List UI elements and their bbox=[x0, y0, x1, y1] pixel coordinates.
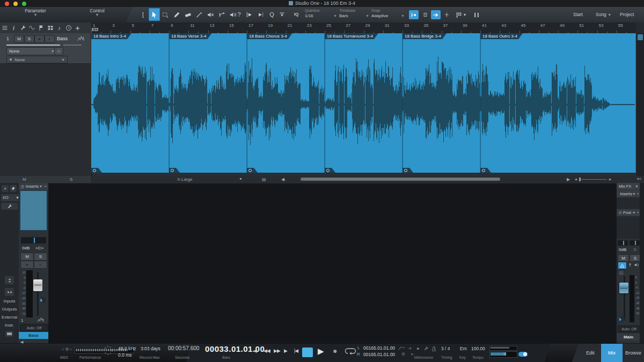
timing-value[interactable]: 3 / 4 bbox=[441, 346, 450, 351]
clip-name-tab[interactable]: 18 Bass Turnaround 3-4 bbox=[325, 33, 378, 39]
channel-name[interactable]: Bass bbox=[19, 332, 48, 339]
add-insert-button[interactable]: + bbox=[44, 184, 47, 189]
zoom-slider[interactable] bbox=[580, 179, 606, 180]
add-insert-button[interactable]: + bbox=[637, 191, 639, 196]
zoom-slider-handle[interactable] bbox=[579, 178, 581, 181]
control-dropdown[interactable]: Control▼ bbox=[68, 8, 127, 21]
headphone-cue-icon[interactable] bbox=[633, 262, 640, 268]
track-list-menu-icon[interactable] bbox=[0, 23, 9, 33]
stop-button[interactable] bbox=[302, 348, 313, 357]
track-input-select[interactable]: None▼ bbox=[6, 47, 57, 55]
main-pan-left[interactable] bbox=[618, 240, 628, 246]
external-view-button[interactable] bbox=[5, 331, 13, 337]
pan-control[interactable] bbox=[21, 237, 46, 243]
inserts-header[interactable]: Inserts ▼ + bbox=[19, 183, 48, 190]
fast-forward-button[interactable]: ▶▶ bbox=[274, 348, 280, 353]
main-pan-value[interactable]: 0 bbox=[634, 247, 636, 252]
play-from-marker-tool[interactable] bbox=[255, 8, 267, 21]
close-console-button[interactable]: × bbox=[2, 185, 9, 192]
clip-name-tab[interactable]: 18 Bass Verse 3-4 bbox=[169, 33, 211, 39]
metronome-icon[interactable] bbox=[431, 346, 437, 352]
loop-button[interactable] bbox=[345, 347, 356, 355]
scroll-right-arrow[interactable]: ▶ bbox=[567, 177, 570, 182]
io-select[interactable]: I/O▼ bbox=[1, 194, 21, 201]
inspector-icon[interactable]: i bbox=[9, 23, 18, 33]
clip-name-tab[interactable]: 18 Bass Intro 3-4 bbox=[91, 33, 131, 39]
gain-value[interactable]: 0dB bbox=[22, 246, 30, 250]
key-value[interactable]: Em bbox=[460, 346, 467, 351]
clip-name-tab[interactable]: 18 Bass Bridge 3-4 bbox=[402, 33, 447, 39]
start-page-button[interactable]: Start bbox=[573, 12, 583, 17]
timebase-select[interactable]: Timebase Bars▼ bbox=[339, 9, 369, 18]
clip-name-tab[interactable]: 18 Bass Outro 3-4 bbox=[480, 33, 523, 39]
chevron-down-icon[interactable]: ▼ bbox=[39, 184, 42, 188]
pin-console-button[interactable] bbox=[10, 185, 17, 192]
automation-mode-button[interactable]: Auto: Off bbox=[20, 324, 48, 331]
timeline-ruler[interactable]: 1357911131517192123252729313335373941434… bbox=[91, 23, 636, 34]
main-post-area[interactable] bbox=[617, 216, 640, 239]
return-to-start-button[interactable]: |◀ bbox=[294, 348, 298, 353]
marker-track-icon[interactable] bbox=[36, 23, 46, 33]
main-gain-value[interactable]: 0dB bbox=[619, 247, 626, 252]
rail-button-inputs[interactable]: Inputs bbox=[0, 299, 19, 304]
track-output-select[interactable]: None▼ bbox=[6, 56, 68, 63]
paint-tool[interactable] bbox=[194, 8, 205, 21]
channel-record-arm-button[interactable]: ● bbox=[20, 261, 34, 269]
loop-left-value[interactable]: 00165.01.01.00 bbox=[363, 345, 395, 351]
play-button[interactable]: ▶ bbox=[318, 346, 324, 356]
pan-value[interactable]: <C> bbox=[35, 246, 43, 250]
record-button[interactable]: ● bbox=[333, 346, 337, 355]
punch-in-icon[interactable]: ⇥ bbox=[408, 346, 412, 351]
eraser-tool[interactable] bbox=[182, 8, 194, 21]
bend-tool[interactable] bbox=[216, 8, 228, 21]
cursor-follow-toggle[interactable] bbox=[443, 10, 450, 19]
track-name[interactable]: Bass bbox=[57, 36, 68, 41]
horizontal-scrollbar[interactable] bbox=[301, 178, 500, 181]
precount-icon[interactable]: ● bbox=[416, 346, 419, 351]
arrow-tool[interactable] bbox=[149, 8, 160, 21]
channel-monitor-button[interactable]: ◐ bbox=[34, 261, 47, 269]
channel-solo-button[interactable]: S bbox=[34, 253, 47, 261]
main-solo-button[interactable]: S bbox=[630, 254, 641, 262]
zoom-out-icon[interactable]: ▲ bbox=[574, 177, 578, 181]
autoscroll-tool[interactable] bbox=[244, 8, 255, 21]
corner-options-icon[interactable]: ▾≡ bbox=[637, 177, 641, 181]
bass-waveform[interactable] bbox=[91, 33, 636, 173]
footer-solo-button[interactable]: S bbox=[70, 177, 72, 182]
browse-tab[interactable]: Browse bbox=[623, 344, 644, 362]
help-tool[interactable]: ? bbox=[233, 8, 245, 21]
inserts-drop-area[interactable] bbox=[20, 190, 47, 231]
snap-select[interactable]: Snap Adaptive▼ bbox=[371, 9, 405, 18]
zoom-in-icon[interactable]: ▲ bbox=[608, 177, 612, 181]
mono-button[interactable] bbox=[618, 262, 627, 269]
talkback-icon[interactable] bbox=[627, 262, 633, 268]
main-automation-mode-button[interactable]: Auto: Off bbox=[618, 326, 640, 333]
snap-to-grid-toggle[interactable] bbox=[409, 10, 419, 19]
edit-range-bracket[interactable]: [ bbox=[137, 8, 149, 21]
chevron-down-icon[interactable]: ▼ bbox=[239, 177, 243, 181]
add-post-button[interactable]: + bbox=[637, 210, 639, 215]
track-solo-button[interactable]: S bbox=[24, 35, 34, 43]
scroll-left-arrow[interactable]: ◀ bbox=[281, 177, 284, 182]
track-list-options-button[interactable]: ▼ bbox=[454, 10, 468, 19]
nudge-back-button[interactable]: ◀ bbox=[253, 348, 257, 353]
track-height-select[interactable]: X-Large bbox=[177, 177, 192, 182]
pencil-tool[interactable] bbox=[171, 8, 182, 21]
mix-tab[interactable]: Mix bbox=[601, 344, 623, 362]
metronome-settings-icon[interactable]: ⚙ bbox=[401, 352, 405, 357]
rail-button-external[interactable]: External bbox=[0, 315, 19, 320]
monitor-toggle[interactable] bbox=[518, 352, 528, 357]
clip-name-tab[interactable]: 18 Bass Chorus 3-4 bbox=[247, 33, 292, 39]
console-settings-button[interactable] bbox=[1, 203, 18, 210]
video-window-button[interactable] bbox=[472, 10, 481, 19]
footer-mute-button[interactable]: M bbox=[23, 177, 26, 182]
post-header[interactable]: Post ▼ + bbox=[617, 209, 640, 216]
arrange-vertical-scrollbar[interactable] bbox=[636, 33, 644, 176]
add-track-icon[interactable]: + bbox=[73, 23, 82, 33]
main-inserts-area[interactable] bbox=[617, 197, 640, 209]
grid-small-icon[interactable]: ▤ bbox=[262, 177, 266, 182]
time-signature-badge[interactable]: 3/4 bbox=[92, 28, 98, 31]
main-fader[interactable] bbox=[619, 283, 628, 293]
collapse-all-button[interactable] bbox=[5, 276, 14, 284]
channel-mute-button[interactable]: M bbox=[20, 253, 34, 261]
